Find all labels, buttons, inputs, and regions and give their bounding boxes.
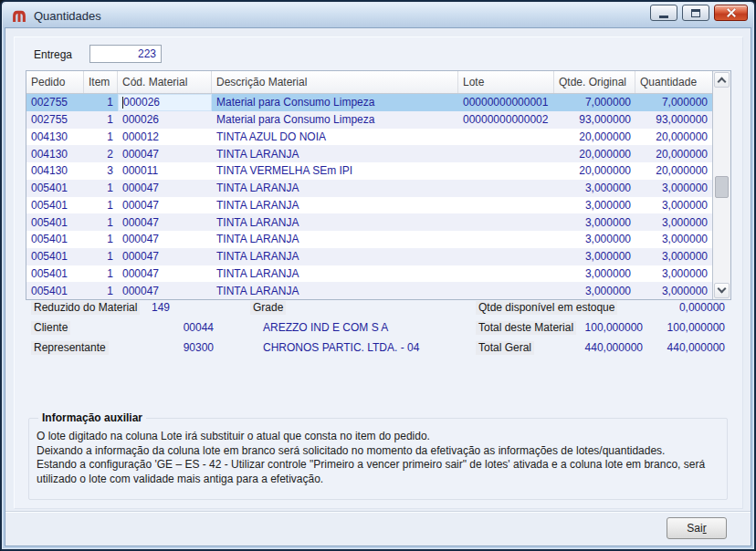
column-header-lote[interactable]: Lote [458,71,554,93]
column-header-pedido[interactable]: Pedido [26,71,84,93]
cell-quantidade[interactable]: 3,000000 [635,282,712,299]
table-row[interactable]: 0054011000047TINTA LARANJA3,0000003,0000… [26,231,712,248]
cell-lote[interactable] [458,265,554,283]
cell-desc[interactable]: TINTA AZUL DO NOIA [212,129,458,146]
cell-pedido[interactable]: 005401 [26,180,84,197]
cell-quantidade[interactable]: 3,000000 [635,248,712,265]
scrollbar-track[interactable] [713,88,730,282]
cell-cod[interactable]: 000047 [118,265,212,283]
cell-pedido[interactable]: 002755 [26,111,84,129]
cell-qtde_original[interactable]: 3,000000 [554,197,635,214]
cell-quantidade[interactable]: 3,000000 [635,213,712,231]
cell-lote[interactable] [458,197,554,214]
table-row[interactable]: 0054011000047TINTA LARANJA3,0000003,0000… [26,282,712,299]
column-header-qtde-original[interactable]: Qtde. Original [554,71,635,93]
cell-lote[interactable] [458,248,554,265]
cell-item[interactable]: 1 [84,111,118,129]
cell-quantidade[interactable]: 20,000000 [635,145,712,162]
cell-lote[interactable]: 00000000000002 [458,111,554,129]
table-row[interactable]: 0041301000012TINTA AZUL DO NOIA20,000000… [26,129,712,146]
column-header-cod-material[interactable]: Cód. Material [118,71,212,93]
cell-quantidade[interactable]: 20,000000 [635,129,712,146]
cell-lote[interactable]: 00000000000001 [458,94,554,111]
cell-desc[interactable]: TINTA LARANJA [212,197,458,214]
cell-lote[interactable] [458,282,554,299]
cell-pedido[interactable]: 005401 [26,265,84,283]
cell-qtde_original[interactable]: 93,000000 [554,111,635,129]
cell-cod[interactable]: 000047 [118,180,212,197]
cell-cod[interactable]: 000047 [118,282,212,299]
cell-qtde_original[interactable]: 7,000000 [554,94,635,111]
cell-lote[interactable] [458,180,554,197]
cell-quantidade[interactable]: 7,000000 [635,94,712,111]
cell-cod[interactable]: 000047 [118,248,212,265]
cell-desc[interactable]: TINTA LARANJA [212,282,458,299]
cell-lote[interactable] [458,129,554,146]
column-header-quantidade[interactable]: Quantidade [635,71,712,93]
table-row[interactable]: 0041303000011TINTA VERMELHA SEm IPI20,00… [26,162,712,180]
cell-cod[interactable]: 000011 [118,162,212,180]
cell-desc[interactable]: TINTA LARANJA [212,180,458,197]
maximize-button[interactable] [682,5,709,21]
close-button[interactable] [714,5,748,21]
column-header-descricao[interactable]: Descrição Material [212,71,458,93]
cell-pedido[interactable]: 005401 [26,231,84,248]
cell-quantidade[interactable]: 20,000000 [635,162,712,180]
table-row[interactable]: 0054011000047TINTA LARANJA3,0000003,0000… [26,265,712,283]
cell-item[interactable]: 1 [84,197,118,214]
cell-quantidade[interactable]: 3,000000 [635,231,712,248]
cell-cod[interactable]: 000026 [118,111,212,129]
cell-cod[interactable]: 000047 [118,231,212,248]
cell-item[interactable]: 1 [84,282,118,299]
cell-qtde_original[interactable]: 20,000000 [554,129,635,146]
cell-lote[interactable] [458,213,554,231]
cell-qtde_original[interactable]: 3,000000 [554,213,635,231]
cell-cod[interactable]: 000047 [118,197,212,214]
cell-qtde_original[interactable]: 20,000000 [554,145,635,162]
table-row[interactable]: 0027551000026Material para Consumo Limpe… [26,111,712,129]
table-row[interactable]: 0054011000047TINTA LARANJA3,0000003,0000… [26,180,712,197]
table-row[interactable]: 0054011000047TINTA LARANJA3,0000003,0000… [26,213,712,231]
cell-quantidade[interactable]: 3,000000 [635,197,712,214]
cell-qtde_original[interactable]: 3,000000 [554,248,635,265]
cell-pedido[interactable]: 004130 [26,129,84,146]
cell-quantidade[interactable]: 3,000000 [635,265,712,283]
cell-desc[interactable]: TINTA LARANJA [212,248,458,265]
cell-pedido[interactable]: 005401 [26,248,84,265]
table-row[interactable]: 0041302000047TINTA LARANJA20,00000020,00… [26,145,712,162]
cell-desc[interactable]: Material para Consumo Limpeza [212,111,458,129]
cell-pedido[interactable]: 004130 [26,162,84,180]
cell-qtde_original[interactable]: 3,000000 [554,180,635,197]
cell-item[interactable]: 1 [84,94,118,111]
cell-lote[interactable] [458,162,554,180]
cell-quantidade[interactable]: 93,000000 [635,111,712,129]
cell-qtde_original[interactable]: 20,000000 [554,162,635,180]
cell-qtde_original[interactable]: 3,000000 [554,231,635,248]
cell-desc[interactable]: TINTA LARANJA [212,213,458,231]
scroll-down-button[interactable] [714,283,730,298]
cell-qtde_original[interactable]: 3,000000 [554,265,635,283]
cell-desc[interactable]: TINTA LARANJA [212,145,458,162]
cell-desc[interactable]: TINTA VERMELHA SEm IPI [212,162,458,180]
cell-cod[interactable]: 000047 [118,213,212,231]
cell-pedido[interactable]: 004130 [26,145,84,162]
table-row[interactable]: 0027551000026Material para Consumo Limpe… [26,94,712,111]
cell-desc[interactable]: TINTA LARANJA [212,231,458,248]
cell-cod[interactable]: 000047 [118,145,212,162]
cell-desc[interactable]: Material para Consumo Limpeza [212,94,458,111]
cell-item[interactable]: 1 [84,213,118,231]
cell-pedido[interactable]: 005401 [26,282,84,299]
cell-pedido[interactable]: 005401 [26,197,84,214]
cell-quantidade[interactable]: 3,000000 [635,180,712,197]
vertical-scrollbar[interactable] [712,71,730,299]
scroll-up-button[interactable] [714,72,730,88]
cell-lote[interactable] [458,231,554,248]
table-row[interactable]: 0054011000047TINTA LARANJA3,0000003,0000… [26,197,712,214]
cell-item[interactable]: 2 [84,145,118,162]
cell-cod[interactable]: 000026 [118,94,212,111]
cell-item[interactable]: 1 [84,129,118,146]
table-row[interactable]: 0054011000047TINTA LARANJA3,0000003,0000… [26,248,712,265]
cell-lote[interactable] [458,145,554,162]
cell-pedido[interactable]: 002755 [26,94,84,111]
cell-item[interactable]: 1 [84,265,118,283]
